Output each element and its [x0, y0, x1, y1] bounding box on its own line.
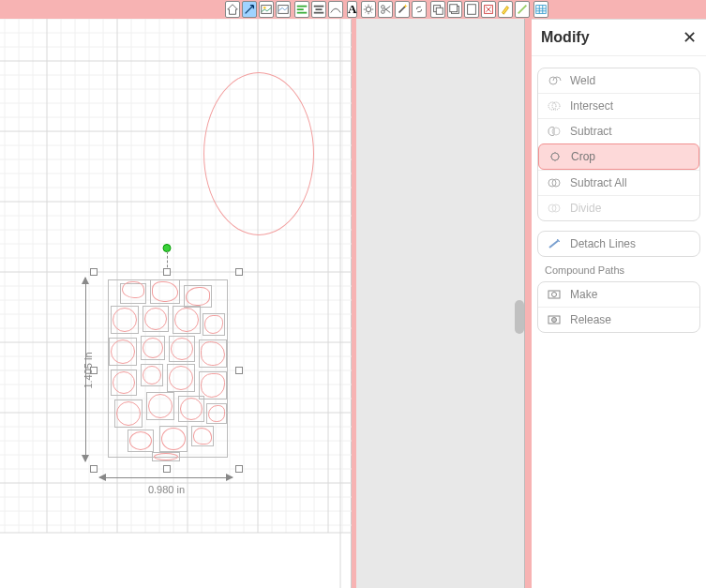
shape-blob[interactable]: [186, 287, 210, 306]
subtract-all-icon: [546, 175, 563, 190]
crop-icon: [547, 149, 563, 164]
svg-point-88: [552, 318, 557, 323]
width-label: 0.980 in: [148, 484, 185, 495]
shape-blob[interactable]: [201, 341, 225, 366]
shape-blob[interactable]: [180, 398, 203, 420]
release-item[interactable]: Release: [538, 307, 699, 332]
tb-picture[interactable]: [276, 1, 291, 18]
shape-blob[interactable]: [152, 281, 178, 302]
make-label: Make: [570, 288, 597, 301]
shape-blob[interactable]: [144, 308, 167, 330]
scrollbar-thumb[interactable]: [515, 300, 524, 334]
modify-panel: Modify ✕ Weld Intersect Subtract: [532, 19, 706, 588]
compound-section-label: Compound Paths: [537, 261, 700, 278]
tb-link[interactable]: [412, 1, 427, 18]
shape-blob[interactable]: [161, 428, 186, 450]
shape-blob[interactable]: [148, 394, 173, 418]
tb-scissors[interactable]: [378, 1, 393, 18]
canvas[interactable]: 1.405 in 0.980 in: [0, 19, 352, 588]
intersect-label: Intersect: [570, 99, 613, 113]
shape-blob[interactable]: [111, 339, 135, 364]
shape-blob[interactable]: [193, 428, 212, 445]
shape-blob[interactable]: [116, 401, 141, 426]
weld-icon: [546, 73, 563, 88]
tb-slice[interactable]: [515, 1, 530, 18]
divide-item[interactable]: Divide: [538, 195, 699, 220]
detach-item[interactable]: Detach Lines: [538, 232, 699, 256]
tb-curve[interactable]: [328, 1, 343, 18]
shape-blob[interactable]: [113, 371, 135, 394]
tb-copy[interactable]: [430, 1, 445, 18]
svg-rect-12: [536, 6, 547, 14]
crop-item[interactable]: Crop: [538, 143, 699, 170]
shape-ops-group: Weld Intersect Subtract Crop Subtract Al…: [537, 68, 700, 221]
compound-group: Make Release: [537, 281, 700, 333]
detach-label: Detach Lines: [570, 237, 636, 250]
divide-icon: [546, 201, 563, 216]
selection-group[interactable]: 1.405 in 0.980 in: [94, 272, 239, 469]
intersect-item[interactable]: Intersect: [538, 93, 699, 118]
subtract-item[interactable]: Subtract: [538, 118, 699, 143]
tb-wand[interactable]: [395, 1, 410, 18]
shape-blob[interactable]: [171, 338, 193, 360]
shape-blob[interactable]: [169, 366, 193, 390]
crop-label: Crop: [571, 150, 595, 163]
make-item[interactable]: Make: [538, 282, 699, 307]
tb-arrow[interactable]: [242, 1, 257, 18]
panel-title: Modify: [541, 29, 590, 46]
svg-rect-10: [468, 5, 476, 15]
svg-point-79: [552, 128, 560, 135]
handle-bm[interactable]: [163, 465, 171, 473]
tb-align-center[interactable]: [311, 1, 326, 18]
svg-point-86: [552, 293, 557, 297]
subtract-label: Subtract: [570, 125, 612, 138]
tb-delete[interactable]: [481, 1, 496, 18]
detach-group: Detach Lines: [537, 231, 700, 257]
svg-rect-9: [450, 5, 458, 12]
height-label: 1.405 in: [83, 352, 94, 388]
width-arrow: [99, 473, 233, 482]
release-label: Release: [570, 313, 611, 326]
shape-blob[interactable]: [113, 308, 137, 332]
shape-blob[interactable]: [143, 338, 163, 358]
tb-table[interactable]: [533, 1, 548, 18]
handle-tl[interactable]: [90, 268, 98, 276]
close-icon[interactable]: ✕: [683, 27, 697, 48]
subtract-all-item[interactable]: Subtract All: [538, 170, 699, 195]
handle-mr[interactable]: [235, 367, 243, 374]
tb-home[interactable]: [225, 1, 240, 18]
ellipse-shape[interactable]: [203, 72, 314, 235]
shape-blob[interactable]: [174, 308, 199, 332]
subtract-all-label: Subtract All: [570, 176, 627, 189]
tb-gear[interactable]: [361, 1, 376, 18]
release-icon: [546, 312, 563, 327]
handle-br[interactable]: [235, 465, 243, 473]
svg-point-1: [263, 7, 266, 9]
tb-layer[interactable]: [447, 1, 462, 18]
weld-item[interactable]: Weld: [538, 68, 699, 93]
svg-rect-7: [437, 8, 443, 14]
handle-tm[interactable]: [163, 268, 171, 276]
svg-point-3: [367, 7, 371, 11]
tb-highlight[interactable]: [498, 1, 513, 18]
tb-text[interactable]: A: [347, 1, 357, 18]
divide-label: Divide: [570, 202, 601, 215]
shape-blob[interactable]: [143, 366, 161, 384]
handle-tr[interactable]: [235, 268, 243, 276]
shape-blob[interactable]: [129, 431, 152, 450]
shape-blob[interactable]: [208, 405, 225, 422]
detach-icon: [546, 236, 563, 251]
shape-blob[interactable]: [154, 453, 178, 460]
tb-image[interactable]: [259, 1, 274, 18]
tb-align-left[interactable]: [294, 1, 309, 18]
preview-pane[interactable]: [356, 19, 525, 588]
weld-label: Weld: [570, 74, 595, 87]
shape-blob[interactable]: [122, 281, 144, 298]
toolbar: A: [0, 0, 706, 19]
make-icon: [546, 287, 563, 302]
subtract-icon: [546, 124, 563, 139]
intersect-icon: [546, 98, 563, 113]
handle-bl[interactable]: [90, 465, 98, 473]
tb-doc[interactable]: [464, 1, 479, 18]
